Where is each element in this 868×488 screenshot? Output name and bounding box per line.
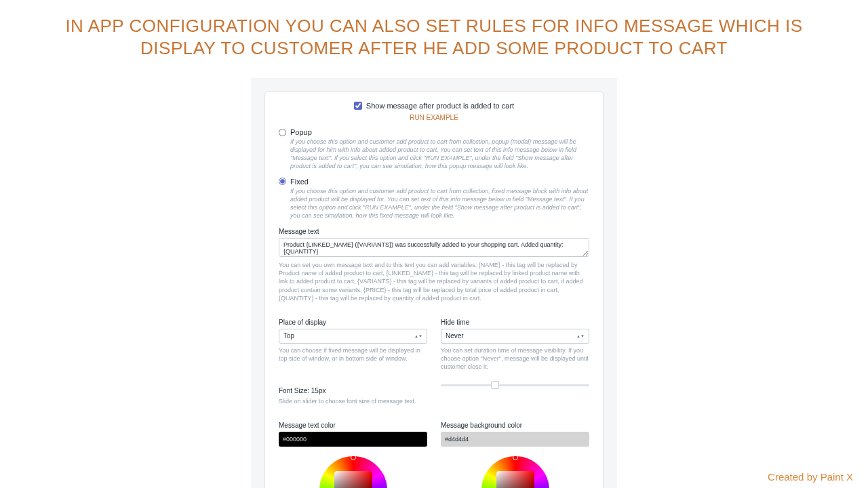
color-wheel-cursor-icon xyxy=(513,455,518,460)
fixed-desc: If you choose this option and customer a… xyxy=(290,187,589,220)
hide-label: Hide time xyxy=(441,319,589,326)
text-color-wheel[interactable] xyxy=(319,456,387,488)
slider-thumb[interactable] xyxy=(491,381,499,389)
hide-help: You can set duration time of message vis… xyxy=(441,346,589,371)
popup-desc: If you choose this option and customer a… xyxy=(290,138,589,171)
place-label: Place of display xyxy=(279,319,427,326)
config-panel: Show message after product is added to c… xyxy=(264,92,604,488)
text-color-label: Message text color xyxy=(279,422,427,429)
show-message-checkbox[interactable]: Show message after product is added to c… xyxy=(354,102,514,110)
select-arrows-icon: ▲▼ xyxy=(414,335,422,338)
bg-color-wheel[interactable] xyxy=(481,456,549,488)
message-text-input[interactable] xyxy=(279,238,589,257)
show-message-label: Show message after product is added to c… xyxy=(366,102,514,110)
fixed-radio-row[interactable]: Fixed xyxy=(279,178,589,186)
place-value: Top xyxy=(283,332,294,340)
font-label: Font Size: 15px xyxy=(279,387,427,394)
footer-credit: Created by Paint X xyxy=(768,471,853,483)
font-size-slider[interactable] xyxy=(441,384,589,386)
hide-value: Never xyxy=(446,332,464,340)
hide-select[interactable]: Never ▲▼ xyxy=(441,329,589,344)
select-arrows-icon: ▲▼ xyxy=(576,335,585,338)
popup-label: Popup xyxy=(290,128,312,136)
bg-color-field[interactable]: #d4d4d4 xyxy=(441,432,589,447)
bg-color-label: Message background color xyxy=(441,422,589,429)
place-help: You can choose if fixed message will be … xyxy=(279,346,427,363)
message-text-help: You can set you own message text and to … xyxy=(279,261,589,302)
page-headline: IN APP CONFIGURATION YOU CAN ALSO SET RU… xyxy=(0,0,868,66)
popup-radio[interactable] xyxy=(279,129,286,136)
run-example-link[interactable]: RUN EXAMPLE xyxy=(279,114,589,121)
color-wheel-cursor-icon xyxy=(351,455,356,460)
fixed-label: Fixed xyxy=(290,178,309,186)
popup-radio-row[interactable]: Popup xyxy=(279,128,589,136)
config-panel-outer: Show message after product is added to c… xyxy=(251,78,617,488)
place-select[interactable]: Top ▲▼ xyxy=(279,329,427,344)
fixed-radio[interactable] xyxy=(279,178,286,185)
message-text-label: Message text xyxy=(279,228,589,235)
font-help: Slide on slider to choose font size of m… xyxy=(279,397,427,405)
text-color-field[interactable]: #000000 xyxy=(279,432,427,447)
show-message-input[interactable] xyxy=(354,102,362,110)
